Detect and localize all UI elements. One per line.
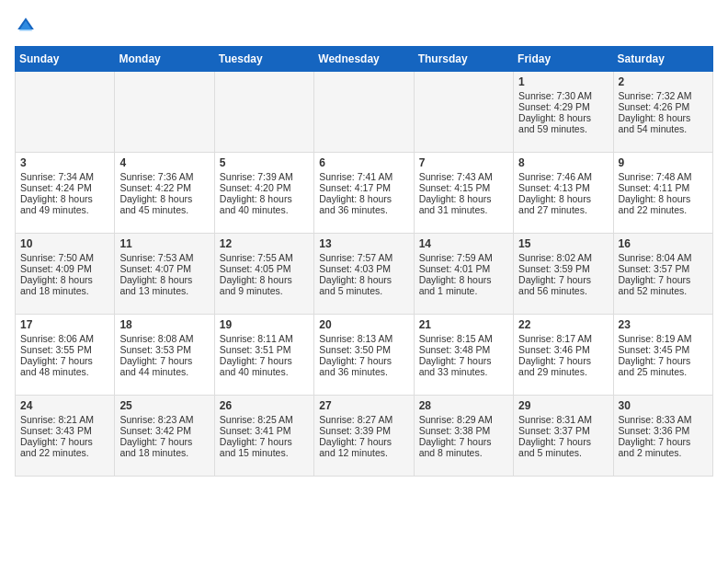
calendar-cell: 16Sunrise: 8:04 AMSunset: 3:57 PMDayligh… [613,234,712,315]
sunset-text: Sunset: 4:09 PM [20,263,109,274]
sunset-text: Sunset: 4:15 PM [419,182,508,193]
day-number: 11 [119,237,209,250]
sunrise-text: Sunrise: 7:57 AM [319,252,408,263]
calendar-cell: 14Sunrise: 7:59 AMSunset: 4:01 PMDayligh… [414,234,513,315]
calendar-cell: 9Sunrise: 7:48 AMSunset: 4:11 PMDaylight… [613,153,712,234]
day-number: 4 [119,156,209,169]
daylight-text: Daylight: 7 hours and 52 minutes. [619,274,708,296]
day-number: 3 [20,156,109,169]
daylight-text: Daylight: 8 hours and 13 minutes. [119,274,209,296]
sunset-text: Sunset: 4:20 PM [220,182,309,193]
header [15,15,713,37]
daylight-text: Daylight: 8 hours and 45 minutes. [119,193,209,215]
sunrise-text: Sunrise: 8:04 AM [619,252,708,263]
calendar-cell: 27Sunrise: 8:27 AMSunset: 3:39 PMDayligh… [314,396,414,477]
calendar-cell: 22Sunrise: 8:17 AMSunset: 3:46 PMDayligh… [514,315,613,396]
calendar-cell: 7Sunrise: 7:43 AMSunset: 4:15 PMDaylight… [414,153,513,234]
day-number: 12 [220,237,309,250]
sunset-text: Sunset: 3:51 PM [220,344,309,355]
daylight-text: Daylight: 8 hours and 36 minutes. [319,193,408,215]
daylight-text: Daylight: 8 hours and 22 minutes. [619,193,708,215]
sunset-text: Sunset: 3:53 PM [119,344,209,355]
daylight-text: Daylight: 7 hours and 2 minutes. [619,436,708,458]
day-number: 5 [220,156,309,169]
daylight-text: Daylight: 7 hours and 56 minutes. [518,274,608,296]
sunrise-text: Sunrise: 7:43 AM [419,171,508,182]
day-number: 6 [319,156,408,169]
sunrise-text: Sunrise: 8:25 AM [220,414,309,425]
calendar-week-row: 1Sunrise: 7:30 AMSunset: 4:29 PMDaylight… [16,72,713,153]
sunset-text: Sunset: 3:46 PM [518,344,608,355]
daylight-text: Daylight: 8 hours and 18 minutes. [20,274,109,296]
calendar-cell: 24Sunrise: 8:21 AMSunset: 3:43 PMDayligh… [16,396,115,477]
sunrise-text: Sunrise: 7:59 AM [419,252,508,263]
daylight-text: Daylight: 7 hours and 48 minutes. [20,355,109,377]
calendar-cell: 2Sunrise: 7:32 AMSunset: 4:26 PMDaylight… [613,72,712,153]
daylight-text: Daylight: 8 hours and 59 minutes. [518,112,608,134]
sunset-text: Sunset: 3:42 PM [119,425,209,436]
day-number: 15 [518,237,608,250]
day-number: 13 [319,237,408,250]
day-number: 29 [518,399,608,412]
sunrise-text: Sunrise: 8:02 AM [518,252,608,263]
calendar-cell: 10Sunrise: 7:50 AMSunset: 4:09 PMDayligh… [16,234,115,315]
daylight-text: Daylight: 8 hours and 27 minutes. [518,193,608,215]
day-number: 17 [20,318,109,331]
daylight-text: Daylight: 7 hours and 18 minutes. [119,436,209,458]
sunset-text: Sunset: 4:13 PM [518,182,608,193]
sunset-text: Sunset: 4:07 PM [119,263,209,274]
day-number: 23 [619,318,708,331]
logo [15,15,40,37]
sunrise-text: Sunrise: 7:41 AM [319,171,408,182]
calendar-cell: 20Sunrise: 8:13 AMSunset: 3:50 PMDayligh… [314,315,414,396]
daylight-text: Daylight: 7 hours and 44 minutes. [119,355,209,377]
header-day-tuesday: Tuesday [214,47,313,72]
sunrise-text: Sunrise: 7:55 AM [220,252,309,263]
sunrise-text: Sunrise: 7:48 AM [619,171,708,182]
day-number: 24 [20,399,109,412]
day-number: 14 [419,237,508,250]
calendar-cell: 3Sunrise: 7:34 AMSunset: 4:24 PMDaylight… [16,153,115,234]
sunset-text: Sunset: 4:29 PM [518,101,608,112]
sunrise-text: Sunrise: 7:46 AM [518,171,608,182]
day-number: 10 [20,237,109,250]
daylight-text: Daylight: 7 hours and 5 minutes. [518,436,608,458]
sunset-text: Sunset: 4:26 PM [619,101,708,112]
day-number: 19 [220,318,309,331]
calendar-cell: 15Sunrise: 8:02 AMSunset: 3:59 PMDayligh… [514,234,613,315]
header-day-saturday: Saturday [613,47,712,72]
calendar-cell [115,72,214,153]
sunrise-text: Sunrise: 8:08 AM [119,333,209,344]
sunrise-text: Sunrise: 7:53 AM [119,252,209,263]
calendar-table: SundayMondayTuesdayWednesdayThursdayFrid… [15,46,713,477]
calendar-cell: 4Sunrise: 7:36 AMSunset: 4:22 PMDaylight… [115,153,214,234]
sunrise-text: Sunrise: 8:15 AM [419,333,508,344]
daylight-text: Daylight: 7 hours and 40 minutes. [220,355,309,377]
logo-icon [15,15,37,37]
daylight-text: Daylight: 7 hours and 15 minutes. [220,436,309,458]
calendar-cell: 19Sunrise: 8:11 AMSunset: 3:51 PMDayligh… [214,315,313,396]
calendar-week-row: 10Sunrise: 7:50 AMSunset: 4:09 PMDayligh… [16,234,713,315]
daylight-text: Daylight: 8 hours and 40 minutes. [220,193,309,215]
header-day-sunday: Sunday [16,47,115,72]
calendar-cell: 28Sunrise: 8:29 AMSunset: 3:38 PMDayligh… [414,396,513,477]
calendar-cell: 18Sunrise: 8:08 AMSunset: 3:53 PMDayligh… [115,315,214,396]
sunset-text: Sunset: 4:05 PM [220,263,309,274]
calendar-cell: 23Sunrise: 8:19 AMSunset: 3:45 PMDayligh… [613,315,712,396]
day-number: 21 [419,318,508,331]
sunrise-text: Sunrise: 8:11 AM [220,333,309,344]
sunrise-text: Sunrise: 8:27 AM [319,414,408,425]
day-number: 7 [419,156,508,169]
calendar-cell: 30Sunrise: 8:33 AMSunset: 3:36 PMDayligh… [613,396,712,477]
calendar-week-row: 24Sunrise: 8:21 AMSunset: 3:43 PMDayligh… [16,396,713,477]
sunset-text: Sunset: 3:45 PM [619,344,708,355]
calendar-cell [214,72,313,153]
header-day-monday: Monday [115,47,214,72]
sunset-text: Sunset: 4:24 PM [20,182,109,193]
day-number: 30 [619,399,708,412]
sunset-text: Sunset: 3:39 PM [319,425,408,436]
sunset-text: Sunset: 3:57 PM [619,263,708,274]
daylight-text: Daylight: 8 hours and 1 minute. [419,274,508,296]
day-number: 27 [319,399,408,412]
sunrise-text: Sunrise: 8:31 AM [518,414,608,425]
